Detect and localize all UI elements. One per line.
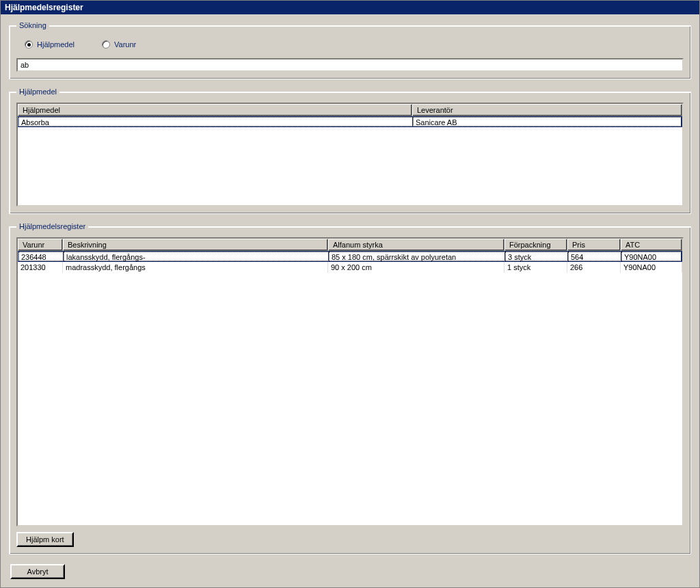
avbryt-button[interactable]: Avbryt	[10, 564, 65, 579]
list-item[interactable]: Absorba Sanicare AB	[18, 116, 682, 127]
hjalpmedel-header-col1[interactable]: Hjälpmedel	[18, 104, 412, 116]
register-header-varunr[interactable]: Varunr	[18, 239, 63, 251]
cell-pris: 266	[567, 262, 621, 273]
register-list-header: Varunr Beskrivning Alfanum styrka Förpac…	[18, 239, 682, 251]
radio-varunr-label: Varunr	[114, 40, 136, 49]
radio-hjalpmedel-label: Hjälpmedel	[37, 40, 75, 49]
search-legend: Sökning	[16, 21, 49, 29]
radio-icon	[25, 40, 33, 49]
register-list[interactable]: Varunr Beskrivning Alfanum styrka Förpac…	[16, 237, 684, 526]
radio-hjalpmedel[interactable]: Hjälpmedel	[25, 40, 75, 49]
search-fieldset: Sökning Hjälpmedel Varunr	[9, 21, 691, 79]
register-legend: Hjälpmedelsregister	[16, 222, 88, 230]
cell-varunr: 236448	[18, 252, 64, 261]
register-header-alfanum[interactable]: Alfanum styrka	[328, 239, 504, 251]
cell-alfanum: 85 x 180 cm, spärrskikt av polyuretan	[329, 252, 505, 261]
window: Hjälpmedelsregister Sökning Hjälpmedel V…	[0, 0, 700, 588]
bottom-button-row: Avbryt	[9, 563, 691, 579]
hjalpmedel-list-header: Hjälpmedel Leverantör	[18, 104, 682, 116]
cell-forpackning: 3 styck	[505, 252, 568, 261]
register-fieldset: Hjälpmedelsregister Varunr Beskrivning A…	[9, 222, 691, 554]
cell-varunr: 201330	[18, 262, 63, 273]
hjalpmedel-list[interactable]: Hjälpmedel Leverantör Absorba Sanicare A…	[16, 103, 684, 206]
register-header-forpackning[interactable]: Förpackning	[504, 239, 567, 251]
cell-atc: Y90NA00	[621, 252, 682, 261]
register-header-atc[interactable]: ATC	[621, 239, 682, 251]
cell-hjalpmedel: Absorba	[18, 117, 413, 126]
hjalpmedel-fieldset: Hjälpmedel Hjälpmedel Leverantör Absorba…	[9, 88, 691, 214]
hjalpmedel-header-col2[interactable]: Leverantör	[412, 104, 682, 116]
radio-varunr[interactable]: Varunr	[102, 40, 136, 49]
cell-atc: Y90NA00	[621, 262, 682, 273]
search-radio-row: Hjälpmedel Varunr	[16, 36, 684, 58]
register-header-beskrivning[interactable]: Beskrivning	[63, 239, 328, 251]
register-header-pris[interactable]: Pris	[567, 239, 621, 251]
table-row[interactable]: 236448 lakansskydd, flergångs- 85 x 180 …	[18, 251, 682, 262]
window-title: Hjälpmedelsregister	[5, 3, 83, 12]
register-button-row: Hjälpm kort	[16, 532, 684, 547]
window-titlebar: Hjälpmedelsregister	[1, 1, 699, 14]
table-row[interactable]: 201330 madrasskydd, flergångs 90 x 200 c…	[18, 262, 682, 273]
cell-alfanum: 90 x 200 cm	[328, 262, 504, 273]
window-content: Sökning Hjälpmedel Varunr Hjälpmedel Hjä…	[1, 14, 699, 587]
cell-forpackning: 1 styck	[504, 262, 567, 273]
register-list-body: 236448 lakansskydd, flergångs- 85 x 180 …	[18, 251, 682, 525]
cell-beskrivning: madrasskydd, flergångs	[63, 262, 328, 273]
hjalpm-kort-button[interactable]: Hjälpm kort	[16, 532, 74, 547]
radio-icon	[102, 40, 110, 49]
hjalpmedel-legend: Hjälpmedel	[16, 88, 59, 96]
cell-leverantor: Sanicare AB	[413, 117, 682, 126]
hjalpmedel-list-body: Absorba Sanicare AB	[18, 116, 682, 127]
cell-beskrivning: lakansskydd, flergångs-	[64, 252, 329, 261]
cell-pris: 564	[568, 252, 621, 261]
search-input[interactable]	[16, 58, 684, 72]
